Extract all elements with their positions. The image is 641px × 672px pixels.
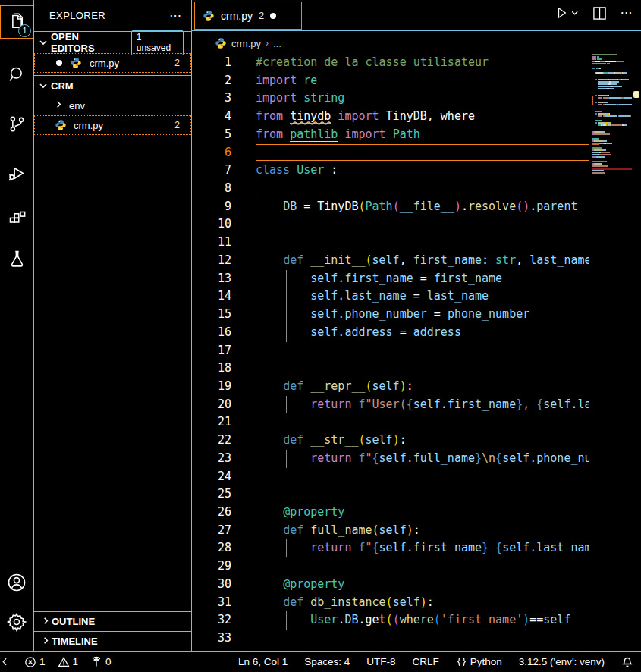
breadcrumb[interactable]: crm.py › ...	[192, 33, 641, 54]
code-line[interactable]: 24	[192, 468, 641, 486]
breadcrumb-symbol[interactable]: ...	[273, 38, 281, 49]
code-line[interactable]: 7class User :	[192, 162, 641, 180]
code-line[interactable]: 1#creation de la classe utilisateur	[192, 54, 641, 72]
settings-gear-icon[interactable]	[0, 605, 33, 639]
testing-icon[interactable]	[0, 241, 33, 275]
line-number: 6	[192, 144, 231, 162]
status-right-1[interactable]: Spaces: 4	[304, 656, 350, 667]
code-line[interactable]: 19 def __repr__(self):	[192, 378, 641, 396]
line-number: 7	[192, 162, 231, 180]
timeline-section[interactable]: TIMELINE	[34, 631, 191, 651]
code-line[interactable]: 11	[192, 234, 641, 252]
code-line[interactable]: 14 self.last_name = last_name	[192, 287, 641, 306]
sidebar-more-actions-icon[interactable]: ⋯	[169, 12, 182, 20]
code-line[interactable]: 16 self.address = address	[192, 324, 641, 342]
explorer-icon[interactable]: 1	[0, 5, 33, 39]
minimap-marker	[592, 168, 632, 170]
code-line[interactable]: 20 return f"User({self.first_name}, {sel…	[192, 396, 641, 414]
code-line[interactable]: 3import string	[192, 89, 641, 108]
code-line[interactable]: 32 User.DB.get((where('first_name')==sel…	[192, 611, 641, 630]
overview-ruler[interactable]	[632, 54, 641, 651]
line-number: 12	[192, 252, 231, 270]
overview-warning-marker	[633, 91, 639, 98]
problems-count: 2	[174, 58, 180, 68]
tree-item-env[interactable]: env	[34, 96, 191, 115]
code-line[interactable]: 26 @property	[192, 504, 641, 522]
chevron-down-icon	[37, 36, 49, 49]
code-line[interactable]: 30 @property	[192, 576, 641, 594]
line-number: 23	[192, 450, 231, 468]
status-right-3[interactable]: CRLF	[412, 656, 438, 667]
code-line[interactable]: 18	[192, 360, 641, 378]
code-line[interactable]: 5from pathlib import Path	[192, 126, 641, 144]
code-line[interactable]: 6	[192, 144, 641, 162]
code-line[interactable]: 8	[192, 180, 641, 198]
status-left-0[interactable]	[2, 656, 12, 667]
code-line[interactable]: 13 self.first_name = first_name	[192, 270, 641, 288]
search-icon[interactable]	[0, 58, 33, 91]
code-line[interactable]: 27 def full_name(self):	[192, 522, 641, 540]
status-right-6[interactable]	[621, 656, 633, 668]
open-editors-header[interactable]: OPEN EDITORS 1 unsaved	[34, 32, 191, 53]
status-right-0[interactable]: Ln 6, Col 1	[238, 656, 288, 667]
extensions-icon[interactable]	[0, 202, 33, 235]
code-line[interactable]: 12 def __init__(self, first_name: str, l…	[192, 252, 641, 270]
code-line[interactable]: 22 def __str__(self):	[192, 432, 641, 450]
code-line[interactable]: 4from tinydb import TinyDB, where	[192, 108, 641, 126]
indent-guide	[259, 360, 259, 378]
status-right-4[interactable]: Python	[456, 656, 502, 667]
modified-dot-icon[interactable]	[270, 13, 276, 19]
breadcrumb-separator: ›	[266, 38, 269, 49]
code-line[interactable]: 33	[192, 630, 641, 648]
outline-section[interactable]: OUTLINE	[34, 611, 191, 631]
code-line[interactable]: 28 return f"{self.first_name} {self.last…	[192, 539, 641, 557]
code-line[interactable]: 25	[192, 485, 641, 504]
indent-guide	[286, 270, 287, 288]
status-left-2[interactable]: 1	[58, 656, 79, 668]
accounts-icon[interactable]	[0, 566, 33, 599]
line-number: 4	[192, 108, 231, 126]
indent-guide	[259, 576, 259, 594]
status-label: Ln 6, Col 1	[238, 656, 288, 667]
code-line[interactable]: 17	[192, 342, 641, 360]
status-label: Python	[470, 656, 502, 667]
code-line[interactable]: 2import re	[192, 72, 641, 90]
folder-root-label: CRM	[51, 80, 74, 92]
editor-more-actions-icon[interactable]: ⋯	[618, 5, 635, 21]
open-editor-item-crm[interactable]: crm.py 2	[34, 53, 191, 73]
code-line[interactable]: 15 self.phone_number = phone_number	[192, 306, 641, 324]
indent-guide	[259, 594, 259, 612]
run-python-button[interactable]	[555, 5, 580, 21]
indent-guide	[259, 504, 259, 522]
status-right-2[interactable]: UTF-8	[366, 656, 395, 667]
status-right-5[interactable]: 3.12.5 ('env': venv)	[519, 656, 605, 667]
indent-guide	[286, 396, 287, 414]
run-debug-icon[interactable]	[0, 156, 33, 190]
code-line[interactable]: 23 return f"{self.full_name}\n{self.phon…	[192, 450, 641, 468]
modified-dot-icon	[56, 60, 62, 66]
indent-guide	[259, 287, 259, 306]
breadcrumb-file[interactable]: crm.py	[231, 38, 261, 49]
folder-section-header[interactable]: CRM	[34, 75, 191, 96]
code-line[interactable]: 29	[192, 557, 641, 576]
tree-item-crm-py[interactable]: crm.py 2	[34, 115, 191, 135]
status-left-1[interactable]: 1	[24, 656, 46, 668]
minimap[interactable]	[592, 54, 632, 651]
code-editor[interactable]: 1#creation de la classe utilisateur2impo…	[192, 54, 641, 651]
code-line[interactable]: 9 DB = TinyDB(Path(__file__).resolve().p…	[192, 198, 641, 216]
indent-guide	[259, 324, 259, 342]
indent-guide	[259, 432, 259, 450]
code-line[interactable]: 31 def db_instance(self):	[192, 594, 641, 612]
chevron-right-icon	[53, 99, 64, 112]
code-line[interactable]: 21	[192, 413, 641, 432]
source-control-icon[interactable]	[0, 107, 33, 140]
minimap-marker	[592, 143, 599, 145]
split-editor-button[interactable]	[591, 5, 608, 21]
status-left-3[interactable]: 0	[90, 656, 112, 668]
tab-crm-py[interactable]: crm.py 2	[194, 2, 302, 30]
line-number: 8	[192, 180, 231, 198]
line-number: 30	[192, 576, 231, 594]
indent-guide	[286, 539, 287, 557]
code-line[interactable]: 10	[192, 215, 641, 234]
python-file-icon	[215, 37, 227, 49]
